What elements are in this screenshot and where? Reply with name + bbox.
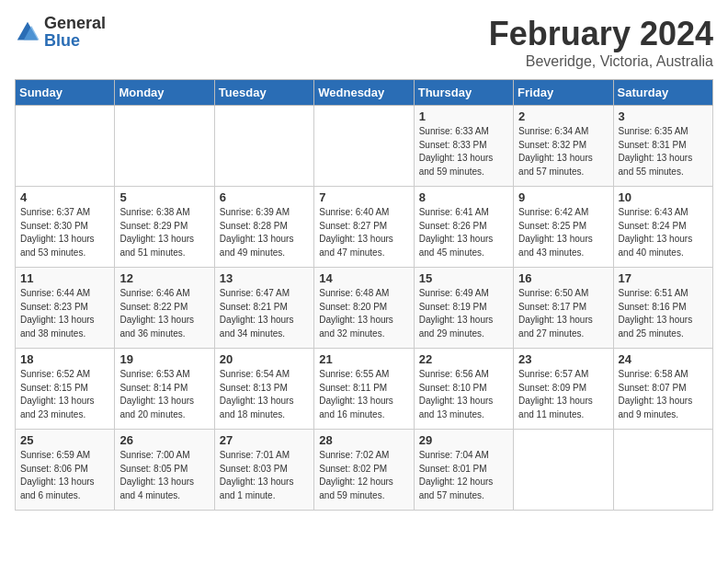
cell-sun-info: Sunrise: 6:46 AMSunset: 8:22 PMDaylight:… <box>119 287 209 340</box>
calendar-cell: 20Sunrise: 6:54 AMSunset: 8:13 PMDayligh… <box>214 349 313 430</box>
day-number: 22 <box>419 352 508 366</box>
calendar-cell: 5Sunrise: 6:38 AMSunset: 8:29 PMDaylight… <box>115 187 214 268</box>
cell-sun-info: Sunrise: 6:59 AMSunset: 8:06 PMDaylight:… <box>20 449 109 502</box>
day-number: 13 <box>220 271 309 285</box>
day-number: 29 <box>419 433 508 447</box>
cell-sun-info: Sunrise: 6:49 AMSunset: 8:19 PMDaylight:… <box>419 287 508 340</box>
calendar-cell <box>214 106 313 187</box>
cell-sun-info: Sunrise: 6:40 AMSunset: 8:27 PMDaylight:… <box>319 206 408 259</box>
weekday-header-row: SundayMondayTuesdayWednesdayThursdayFrid… <box>16 80 713 106</box>
day-number: 10 <box>619 190 708 204</box>
logo-text: General Blue <box>44 15 106 50</box>
weekday-header-thursday: Thursday <box>414 80 513 106</box>
cell-sun-info: Sunrise: 7:01 AMSunset: 8:03 PMDaylight:… <box>220 449 309 502</box>
day-number: 5 <box>119 190 209 204</box>
day-number: 4 <box>20 190 109 204</box>
day-number: 9 <box>518 190 608 204</box>
calendar-week-row: 1Sunrise: 6:33 AMSunset: 8:33 PMDaylight… <box>16 106 713 187</box>
cell-sun-info: Sunrise: 6:57 AMSunset: 8:09 PMDaylight:… <box>518 368 608 421</box>
day-number: 27 <box>220 433 309 447</box>
cell-sun-info: Sunrise: 6:44 AMSunset: 8:23 PMDaylight:… <box>20 287 109 340</box>
calendar-table: SundayMondayTuesdayWednesdayThursdayFrid… <box>15 79 713 511</box>
calendar-cell <box>314 106 414 187</box>
cell-sun-info: Sunrise: 6:37 AMSunset: 8:30 PMDaylight:… <box>20 206 109 259</box>
calendar-cell <box>16 106 115 187</box>
cell-sun-info: Sunrise: 6:56 AMSunset: 8:10 PMDaylight:… <box>419 368 508 421</box>
day-number: 7 <box>319 190 408 204</box>
cell-sun-info: Sunrise: 6:50 AMSunset: 8:17 PMDaylight:… <box>518 287 608 340</box>
day-number: 25 <box>20 433 109 447</box>
calendar-cell: 6Sunrise: 6:39 AMSunset: 8:28 PMDaylight… <box>214 187 313 268</box>
day-number: 14 <box>319 271 408 285</box>
cell-sun-info: Sunrise: 6:42 AMSunset: 8:25 PMDaylight:… <box>518 206 608 259</box>
day-number: 24 <box>619 352 708 366</box>
day-number: 2 <box>518 109 608 123</box>
calendar-cell <box>115 106 214 187</box>
cell-sun-info: Sunrise: 6:53 AMSunset: 8:14 PMDaylight:… <box>119 368 209 421</box>
cell-sun-info: Sunrise: 6:35 AMSunset: 8:31 PMDaylight:… <box>619 125 708 178</box>
weekday-header-tuesday: Tuesday <box>214 80 313 106</box>
calendar-cell: 10Sunrise: 6:43 AMSunset: 8:24 PMDayligh… <box>613 187 712 268</box>
calendar-cell: 22Sunrise: 6:56 AMSunset: 8:10 PMDayligh… <box>414 349 513 430</box>
day-number: 16 <box>518 271 608 285</box>
day-number: 8 <box>419 190 508 204</box>
calendar-cell: 23Sunrise: 6:57 AMSunset: 8:09 PMDayligh… <box>514 349 613 430</box>
calendar-cell: 19Sunrise: 6:53 AMSunset: 8:14 PMDayligh… <box>115 349 214 430</box>
month-year-title: February 2024 <box>489 15 713 53</box>
day-number: 11 <box>20 271 109 285</box>
cell-sun-info: Sunrise: 6:43 AMSunset: 8:24 PMDaylight:… <box>619 206 708 259</box>
calendar-cell: 11Sunrise: 6:44 AMSunset: 8:23 PMDayligh… <box>16 268 115 349</box>
weekday-header-saturday: Saturday <box>613 80 712 106</box>
logo-icon <box>15 19 40 45</box>
cell-sun-info: Sunrise: 6:39 AMSunset: 8:28 PMDaylight:… <box>220 206 309 259</box>
calendar-cell: 26Sunrise: 7:00 AMSunset: 8:05 PMDayligh… <box>115 430 214 511</box>
day-number: 15 <box>419 271 508 285</box>
title-block: February 2024 Beveridge, Victoria, Austr… <box>489 15 713 70</box>
calendar-cell: 4Sunrise: 6:37 AMSunset: 8:30 PMDaylight… <box>16 187 115 268</box>
day-number: 1 <box>419 109 508 123</box>
day-number: 3 <box>619 109 708 123</box>
calendar-cell: 28Sunrise: 7:02 AMSunset: 8:02 PMDayligh… <box>314 430 414 511</box>
weekday-header-sunday: Sunday <box>16 80 115 106</box>
cell-sun-info: Sunrise: 6:47 AMSunset: 8:21 PMDaylight:… <box>220 287 309 340</box>
cell-sun-info: Sunrise: 6:41 AMSunset: 8:26 PMDaylight:… <box>419 206 508 259</box>
day-number: 20 <box>220 352 309 366</box>
calendar-cell <box>613 430 712 511</box>
calendar-cell: 17Sunrise: 6:51 AMSunset: 8:16 PMDayligh… <box>613 268 712 349</box>
day-number: 19 <box>119 352 209 366</box>
weekday-header-wednesday: Wednesday <box>314 80 414 106</box>
calendar-cell: 25Sunrise: 6:59 AMSunset: 8:06 PMDayligh… <box>16 430 115 511</box>
calendar-cell <box>514 430 613 511</box>
cell-sun-info: Sunrise: 6:55 AMSunset: 8:11 PMDaylight:… <box>319 368 408 421</box>
calendar-cell: 18Sunrise: 6:52 AMSunset: 8:15 PMDayligh… <box>16 349 115 430</box>
day-number: 12 <box>119 271 209 285</box>
calendar-week-row: 25Sunrise: 6:59 AMSunset: 8:06 PMDayligh… <box>16 430 713 511</box>
calendar-cell: 2Sunrise: 6:34 AMSunset: 8:32 PMDaylight… <box>514 106 613 187</box>
calendar-week-row: 11Sunrise: 6:44 AMSunset: 8:23 PMDayligh… <box>16 268 713 349</box>
logo: General Blue <box>15 15 106 50</box>
day-number: 21 <box>319 352 408 366</box>
calendar-cell: 12Sunrise: 6:46 AMSunset: 8:22 PMDayligh… <box>115 268 214 349</box>
calendar-cell: 16Sunrise: 6:50 AMSunset: 8:17 PMDayligh… <box>514 268 613 349</box>
calendar-cell: 21Sunrise: 6:55 AMSunset: 8:11 PMDayligh… <box>314 349 414 430</box>
cell-sun-info: Sunrise: 7:04 AMSunset: 8:01 PMDaylight:… <box>419 449 508 502</box>
calendar-week-row: 18Sunrise: 6:52 AMSunset: 8:15 PMDayligh… <box>16 349 713 430</box>
calendar-cell: 9Sunrise: 6:42 AMSunset: 8:25 PMDaylight… <box>514 187 613 268</box>
calendar-cell: 7Sunrise: 6:40 AMSunset: 8:27 PMDaylight… <box>314 187 414 268</box>
location-subtitle: Beveridge, Victoria, Australia <box>489 53 713 70</box>
page-header: General Blue February 2024 Beveridge, Vi… <box>15 15 713 70</box>
calendar-cell: 24Sunrise: 6:58 AMSunset: 8:07 PMDayligh… <box>613 349 712 430</box>
day-number: 26 <box>119 433 209 447</box>
cell-sun-info: Sunrise: 7:02 AMSunset: 8:02 PMDaylight:… <box>319 449 408 502</box>
calendar-week-row: 4Sunrise: 6:37 AMSunset: 8:30 PMDaylight… <box>16 187 713 268</box>
cell-sun-info: Sunrise: 6:34 AMSunset: 8:32 PMDaylight:… <box>518 125 608 178</box>
day-number: 18 <box>20 352 109 366</box>
cell-sun-info: Sunrise: 7:00 AMSunset: 8:05 PMDaylight:… <box>119 449 209 502</box>
calendar-cell: 1Sunrise: 6:33 AMSunset: 8:33 PMDaylight… <box>414 106 513 187</box>
cell-sun-info: Sunrise: 6:38 AMSunset: 8:29 PMDaylight:… <box>119 206 209 259</box>
cell-sun-info: Sunrise: 6:51 AMSunset: 8:16 PMDaylight:… <box>619 287 708 340</box>
calendar-cell: 15Sunrise: 6:49 AMSunset: 8:19 PMDayligh… <box>414 268 513 349</box>
weekday-header-monday: Monday <box>115 80 214 106</box>
day-number: 28 <box>319 433 408 447</box>
cell-sun-info: Sunrise: 6:48 AMSunset: 8:20 PMDaylight:… <box>319 287 408 340</box>
